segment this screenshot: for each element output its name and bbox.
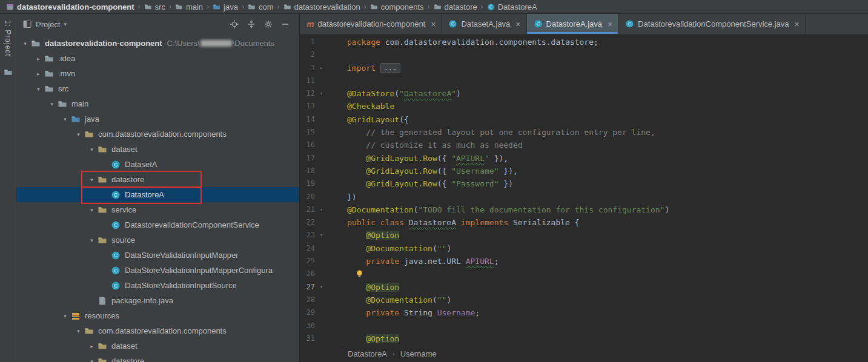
code-line xyxy=(347,268,868,280)
collapse-all-icon[interactable] xyxy=(246,19,257,30)
tree-item-path: C:\Users\\Documents xyxy=(167,39,275,48)
class-icon: C xyxy=(487,3,495,11)
breadcrumb-item-java[interactable]: java xyxy=(213,2,238,12)
chevron-expanded-icon[interactable]: ▾ xyxy=(87,177,97,183)
close-icon[interactable]: × xyxy=(431,20,436,28)
breadcrumb-item-datastorea[interactable]: CDatastoreA xyxy=(487,2,537,12)
tree-row-package-info-java[interactable]: package-info.java xyxy=(16,293,299,308)
chevron-expanded-icon[interactable]: ▾ xyxy=(87,207,97,213)
breadcrumb-item-src[interactable]: src xyxy=(144,2,165,12)
intention-bulb-icon[interactable] xyxy=(356,269,363,281)
tree-row-dataset[interactable]: ▸dataset xyxy=(16,338,299,354)
fold-collapsed-icon[interactable]: ▸ xyxy=(315,62,342,74)
chevron-expanded-icon[interactable]: ▾ xyxy=(87,146,97,153)
tree-row-dataseta[interactable]: CDatasetA xyxy=(16,157,299,172)
breadcrumb-item-datastorevalidation-component[interactable]: datastorevalidation-component xyxy=(6,2,134,12)
editor-breadcrumb-username[interactable]: Username xyxy=(400,349,437,358)
tree-row-datastorevalidationinputsource[interactable]: CDataStoreValidationInputSource xyxy=(16,278,299,293)
tree-row-java[interactable]: ▾java xyxy=(16,111,299,127)
tree-row-main[interactable]: ▾main xyxy=(16,96,299,111)
breadcrumb-item-main[interactable]: main xyxy=(175,2,203,12)
tree-row-resources[interactable]: ▾resources xyxy=(16,308,299,323)
tab-datastorevalidation-component[interactable]: mdatastorevalidation-component× xyxy=(300,14,442,34)
hide-icon[interactable] xyxy=(280,19,291,30)
locate-icon[interactable] xyxy=(229,19,240,30)
tab-datastorea-java[interactable]: CDatastoreA.java× xyxy=(527,14,619,34)
tree-row-dataset[interactable]: ▾dataset xyxy=(16,142,299,157)
fold-expanded-icon[interactable]: ▾ xyxy=(315,229,342,242)
package-icon xyxy=(84,130,94,139)
top-breadcrumb: datastorevalidation-component›src›main›j… xyxy=(0,0,868,14)
gutter-line: 12▾ xyxy=(300,87,342,100)
tab-datastorevalidationcomponentservice-java[interactable]: CDatastorevalidationComponentService.jav… xyxy=(618,14,806,34)
breadcrumb-item-datastorevalidation[interactable]: datastorevalidation xyxy=(283,2,360,12)
breadcrumb-separator: › xyxy=(277,2,280,11)
code-line: public class DatastoreA implements Seria… xyxy=(347,216,868,229)
chevron-expanded-icon[interactable]: ▾ xyxy=(60,313,70,319)
code-line xyxy=(347,74,868,87)
tree-row-service[interactable]: ▾service xyxy=(16,202,299,217)
tree-item-label: datastorevalidation-component xyxy=(45,39,162,48)
gutter-line: 16 xyxy=(300,139,342,151)
code-token: ({ xyxy=(437,166,451,176)
tool-window-stripe-icon[interactable] xyxy=(4,68,13,79)
code-token: Username xyxy=(437,308,475,317)
chevron-expanded-icon[interactable]: ▾ xyxy=(87,237,97,243)
breadcrumb-item-datastore[interactable]: datastore xyxy=(434,2,477,12)
settings-icon[interactable] xyxy=(263,19,274,30)
fold-expanded-icon[interactable]: ▾ xyxy=(315,281,342,294)
folder-icon xyxy=(30,39,41,48)
tab-dataseta-java[interactable]: CDatasetA.java× xyxy=(442,14,526,34)
tree-item-label: datastore xyxy=(111,175,144,184)
breadcrumb-item-components[interactable]: components xyxy=(370,2,424,12)
tree-row-datastorevalidationinputmapperconfigura[interactable]: CDataStoreValidationInputMapperConfigura xyxy=(16,263,299,278)
tree-row-datastorevalidation-component[interactable]: ▾datastorevalidation-componentC:\Users\\… xyxy=(16,36,299,51)
close-icon[interactable]: × xyxy=(515,20,520,28)
tree-row-datastore[interactable]: ▾datastore xyxy=(16,172,299,187)
tree-row-mvn[interactable]: ▸.mvn xyxy=(16,66,299,81)
tree-row-idea[interactable]: ▸.idea xyxy=(16,51,299,66)
tree-row-datastore[interactable]: ▾datastore xyxy=(16,354,299,362)
chevron-collapsed-icon[interactable]: ▸ xyxy=(33,71,44,77)
tree-row-com-datastorevalidation-components[interactable]: ▾com.datastorevalidation.components xyxy=(16,127,299,142)
chevron-expanded-icon[interactable]: ▾ xyxy=(73,131,84,137)
code-line: @Documentation("TODO fill the documentat… xyxy=(347,203,868,216)
chevron-collapsed-icon[interactable]: ▸ xyxy=(87,343,97,349)
tree-row-datastorevalidationcomponentservice[interactable]: CDatastorevalidationComponentService xyxy=(16,217,299,232)
chevron-expanded-icon[interactable]: ▾ xyxy=(20,41,30,47)
folded-region[interactable]: ... xyxy=(380,63,401,73)
class-icon: C xyxy=(110,220,121,230)
code-token: " xyxy=(451,154,456,163)
folder-icon xyxy=(283,3,291,11)
tree-row-src[interactable]: ▾src xyxy=(16,81,299,96)
breadcrumb-item-com[interactable]: com xyxy=(248,2,274,12)
project-view-selector[interactable]: Project ▾ xyxy=(22,19,67,29)
fold-expanded-icon[interactable]: ▾ xyxy=(315,203,342,216)
line-number: 2 xyxy=(311,48,315,61)
gutter-line: 24 xyxy=(300,242,342,255)
chevron-expanded-icon[interactable]: ▾ xyxy=(60,116,70,122)
editor-code[interactable]: package com.datastorevalidation.componen… xyxy=(342,35,868,345)
chevron-expanded-icon[interactable]: ▾ xyxy=(87,358,97,362)
svg-text:C: C xyxy=(489,4,492,8)
tree-row-source[interactable]: ▾source xyxy=(16,232,299,248)
folder-icon xyxy=(44,54,55,64)
chevron-expanded-icon[interactable]: ▾ xyxy=(47,101,57,107)
breadcrumb-item-label: datastorevalidation-component xyxy=(17,2,134,12)
editor-breadcrumb-datastorea[interactable]: DatastoreA xyxy=(348,349,387,358)
gutter-line: 18 xyxy=(300,165,342,177)
tree-row-datastorevalidationinputmapper[interactable]: CDataStoreValidationInputMapper xyxy=(16,248,299,263)
chevron-expanded-icon[interactable]: ▾ xyxy=(33,86,44,92)
tree-item-label: DataStoreValidationInputSource xyxy=(125,281,237,290)
package-icon xyxy=(97,145,108,154)
tool-window-button-project[interactable]: 1: Project xyxy=(4,20,12,57)
close-icon[interactable]: × xyxy=(795,20,800,28)
fold-expanded-icon[interactable]: ▾ xyxy=(315,87,342,100)
tree-row-datastorea[interactable]: CDatastoreA xyxy=(16,187,299,202)
close-icon[interactable]: × xyxy=(608,20,612,28)
chevron-expanded-icon[interactable]: ▾ xyxy=(73,328,84,334)
chevron-collapsed-icon[interactable]: ▸ xyxy=(33,56,44,62)
code-token: Serializable { xyxy=(508,218,579,227)
tab-label: datastorevalidation-component xyxy=(317,19,425,28)
tree-row-com-datastorevalidation-components[interactable]: ▾com.datastorevalidation.components xyxy=(16,323,299,338)
